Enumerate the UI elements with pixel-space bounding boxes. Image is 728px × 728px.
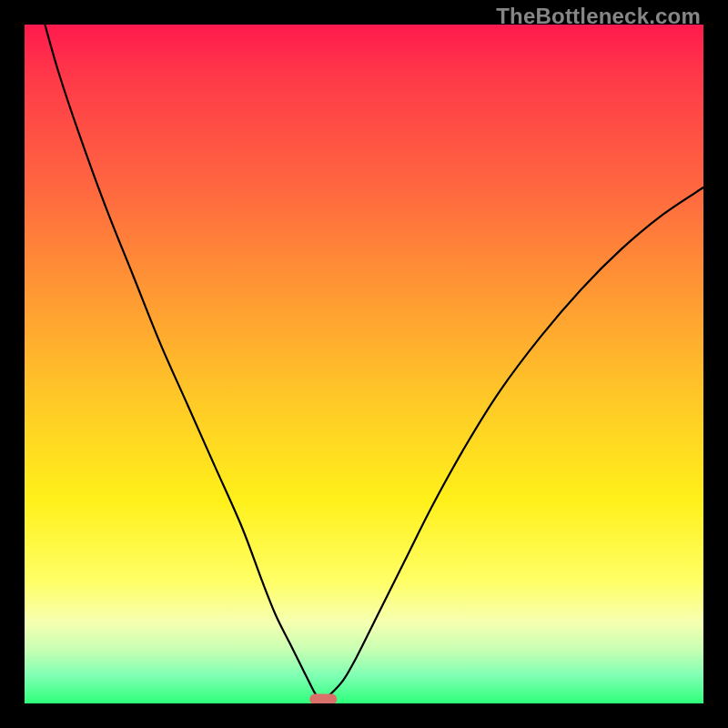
minimum-marker	[309, 694, 337, 703]
bottleneck-curve	[45, 25, 703, 699]
curve-svg	[25, 25, 703, 703]
plot-area	[25, 25, 703, 703]
chart-frame: TheBottleneck.com	[0, 0, 728, 728]
